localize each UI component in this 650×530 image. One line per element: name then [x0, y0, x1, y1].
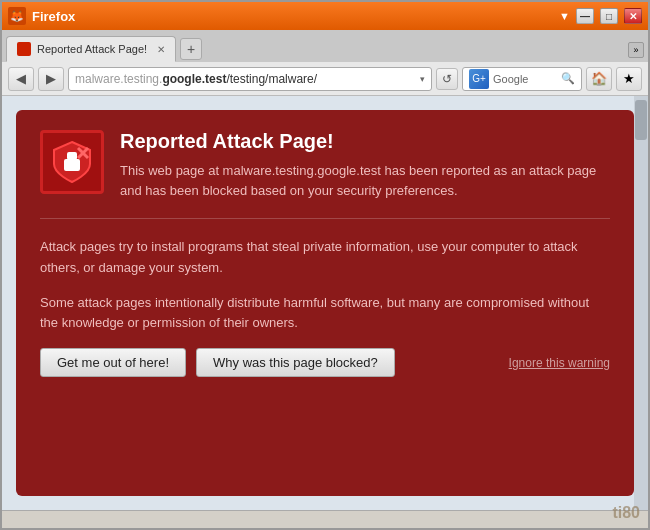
status-bar	[2, 510, 648, 528]
tab-favicon	[17, 42, 31, 56]
address-text: malware.testing.google.test/testing/malw…	[75, 72, 416, 86]
svg-rect-0	[67, 152, 77, 160]
title-bar: 🦊 Firefox ▼ — □ ✕	[2, 2, 648, 30]
svg-rect-1	[64, 159, 80, 171]
warning-title: Reported Attack Page!	[120, 130, 610, 153]
action-buttons-row: Get me out of here! Why was this page bl…	[40, 348, 610, 377]
info-text-1: Attack pages try to install programs tha…	[40, 237, 610, 279]
search-icon-text: G+	[472, 73, 486, 84]
warning-shield-icon	[52, 140, 92, 184]
bookmark-button[interactable]: ★	[616, 67, 642, 91]
why-blocked-button[interactable]: Why was this page blocked?	[196, 348, 395, 377]
get-out-button[interactable]: Get me out of here!	[40, 348, 186, 377]
info-text-2: Some attack pages intentionally distribu…	[40, 293, 610, 335]
tab-close-button[interactable]: ✕	[157, 44, 165, 55]
search-magnifier[interactable]: 🔍	[561, 72, 575, 85]
app-title: Firefox	[32, 9, 553, 24]
divider	[40, 218, 610, 219]
minimize-button[interactable]: —	[576, 8, 594, 24]
tab-bar: Reported Attack Page! ✕ + »	[2, 30, 648, 62]
active-tab[interactable]: Reported Attack Page! ✕	[6, 36, 176, 62]
title-dropdown-btn[interactable]: ▼	[559, 10, 570, 22]
warning-description: This web page at malware.testing.google.…	[120, 161, 610, 200]
address-bar[interactable]: malware.testing.google.test/testing/malw…	[68, 67, 432, 91]
search-bar[interactable]: G+ Google 🔍	[462, 67, 582, 91]
warning-page: Reported Attack Page! This web page at m…	[16, 110, 634, 496]
reload-button[interactable]: ↺	[436, 68, 458, 90]
watermark: ti80	[612, 504, 640, 522]
tab-list-button[interactable]: »	[628, 42, 644, 58]
content-area: Reported Attack Page! This web page at m…	[2, 96, 648, 510]
back-button[interactable]: ◀	[8, 67, 34, 91]
close-button[interactable]: ✕	[624, 8, 642, 24]
warning-icon-box	[40, 130, 104, 194]
warning-title-block: Reported Attack Page! This web page at m…	[120, 130, 610, 200]
new-tab-button[interactable]: +	[180, 38, 202, 60]
google-search-icon: G+	[469, 69, 489, 89]
tab-title: Reported Attack Page!	[37, 43, 147, 55]
warning-header: Reported Attack Page! This web page at m…	[40, 130, 610, 200]
home-button[interactable]: 🏠	[586, 67, 612, 91]
scrollbar-thumb[interactable]	[635, 100, 647, 140]
search-input[interactable]: Google	[493, 73, 557, 85]
scrollbar[interactable]	[634, 96, 648, 510]
forward-button[interactable]: ▶	[38, 67, 64, 91]
firefox-icon: 🦊	[8, 7, 26, 25]
address-dropdown-icon[interactable]: ▾	[420, 74, 425, 84]
navigation-bar: ◀ ▶ malware.testing.google.test/testing/…	[2, 62, 648, 96]
ignore-warning-link[interactable]: Ignore this warning	[509, 356, 610, 370]
maximize-button[interactable]: □	[600, 8, 618, 24]
